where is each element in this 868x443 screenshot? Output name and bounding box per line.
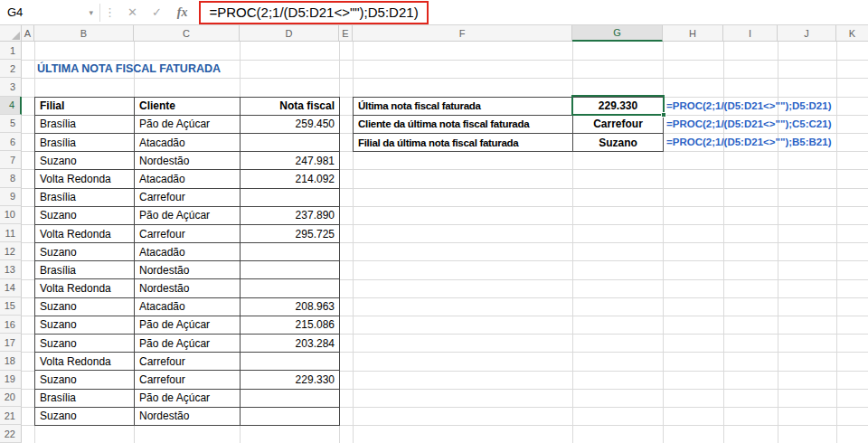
cell-B8[interactable]: Volta Redonda: [35, 170, 135, 188]
cell-C8[interactable]: Atacadão: [135, 170, 241, 188]
cell-C18[interactable]: Carrefour: [135, 353, 241, 371]
cell-D10[interactable]: 237.890: [241, 206, 340, 224]
cell-F6[interactable]: Filial da última nota fiscal faturada: [354, 133, 573, 151]
cell-F4[interactable]: Última nota fiscal faturada: [354, 97, 573, 115]
cell-D13[interactable]: [241, 261, 340, 279]
row-header-16[interactable]: 16: [0, 316, 22, 334]
cell-D19[interactable]: 229.330: [241, 371, 340, 389]
row-header-8[interactable]: 8: [0, 169, 22, 187]
cell-G4[interactable]: 229.330: [573, 97, 664, 115]
cell-C7[interactable]: Nordestão: [135, 152, 241, 170]
cell-B13[interactable]: Brasília: [35, 261, 135, 279]
cell-D11[interactable]: 295.725: [241, 224, 340, 242]
row-header-19[interactable]: 19: [0, 371, 22, 389]
cell-D16[interactable]: 215.086: [241, 316, 340, 334]
row-header-21[interactable]: 21: [0, 407, 22, 425]
name-box-dropdown-icon[interactable]: ▾: [89, 8, 93, 17]
cell-F5[interactable]: Cliente da última nota fiscal faturada: [354, 115, 573, 133]
column-header-C[interactable]: C: [134, 25, 240, 42]
sheet-title[interactable]: ÚLTIMA NOTA FISCAL FATURADA: [37, 60, 221, 78]
row-header-22[interactable]: 22: [0, 425, 22, 443]
column-header-K[interactable]: K: [836, 25, 868, 42]
cell-G6[interactable]: Suzano: [573, 133, 664, 151]
cell-C15[interactable]: Atacadão: [135, 297, 241, 316]
cell-B5[interactable]: Brasília: [35, 115, 135, 133]
cell-D4[interactable]: Nota fiscal: [241, 97, 340, 115]
column-header-G[interactable]: G: [572, 25, 663, 42]
column-header-B[interactable]: B: [34, 25, 134, 42]
confirm-button[interactable]: ✓: [145, 0, 169, 25]
row-header-6[interactable]: 6: [0, 133, 22, 151]
row-header-14[interactable]: 14: [0, 279, 22, 297]
cell-C5[interactable]: Pão de Açúcar: [135, 115, 241, 133]
select-all-button[interactable]: [0, 25, 22, 42]
cell-C19[interactable]: Carrefour: [135, 371, 241, 389]
cancel-button[interactable]: ✕: [120, 0, 145, 25]
formula-annotation-H5[interactable]: =PROC(2;1/(D5:D21<>"");C5:C21): [666, 115, 832, 133]
cell-D20[interactable]: [241, 389, 340, 407]
cell-C6[interactable]: Atacadão: [135, 133, 241, 151]
cell-B7[interactable]: Suzano: [35, 152, 135, 170]
cell-D8[interactable]: 214.092: [241, 170, 340, 188]
row-header-17[interactable]: 17: [0, 334, 22, 352]
cell-C14[interactable]: Nordestão: [135, 279, 241, 297]
cell-C11[interactable]: Carrefour: [135, 224, 241, 242]
column-header-I[interactable]: I: [723, 25, 778, 42]
formula-annotation-H6[interactable]: =PROC(2;1/(D5:D21<>"");B5:B21): [666, 133, 832, 151]
row-header-2[interactable]: 2: [0, 60, 22, 78]
cell-B20[interactable]: Brasília: [35, 389, 135, 407]
cell-C9[interactable]: Carrefour: [135, 188, 241, 206]
cell-D14[interactable]: [241, 279, 340, 297]
row-header-5[interactable]: 5: [0, 115, 22, 133]
cell-D17[interactable]: 203.284: [241, 335, 340, 353]
cell-D15[interactable]: 208.963: [241, 297, 340, 316]
column-header-J[interactable]: J: [778, 25, 836, 42]
cell-C4[interactable]: Cliente: [135, 97, 241, 115]
row-header-12[interactable]: 12: [0, 242, 22, 260]
cell-D7[interactable]: 247.981: [241, 152, 340, 170]
cell-B11[interactable]: Volta Redonda: [35, 224, 135, 242]
cell-B21[interactable]: Suzano: [35, 407, 135, 425]
cell-D12[interactable]: [241, 243, 340, 261]
row-header-7[interactable]: 7: [0, 151, 22, 169]
column-header-F[interactable]: F: [353, 25, 572, 42]
row-header-10[interactable]: 10: [0, 206, 22, 224]
column-header-D[interactable]: D: [240, 25, 339, 42]
fill-handle[interactable]: [661, 112, 666, 118]
cell-B6[interactable]: Brasília: [35, 133, 135, 151]
row-header-18[interactable]: 18: [0, 352, 22, 370]
cell-C21[interactable]: Nordestão: [135, 407, 241, 425]
cell-B15[interactable]: Suzano: [35, 297, 135, 316]
cell-B19[interactable]: Suzano: [35, 371, 135, 389]
cell-G5[interactable]: Carrefour: [573, 115, 664, 133]
cell-B17[interactable]: Suzano: [35, 335, 135, 353]
row-header-20[interactable]: 20: [0, 389, 22, 407]
cell-B12[interactable]: Suzano: [35, 243, 135, 261]
row-header-4[interactable]: 4: [0, 97, 22, 115]
cell-D9[interactable]: [241, 188, 340, 206]
column-header-A[interactable]: A: [22, 25, 34, 42]
name-box[interactable]: G4 ▾: [0, 0, 99, 25]
cell-C13[interactable]: Nordestão: [135, 261, 241, 279]
column-header-H[interactable]: H: [663, 25, 723, 42]
cell-B18[interactable]: Volta Redonda: [35, 353, 135, 371]
cell-D5[interactable]: 259.450: [241, 115, 340, 133]
row-header-11[interactable]: 11: [0, 224, 22, 242]
row-header-13[interactable]: 13: [0, 260, 22, 278]
cell-B16[interactable]: Suzano: [35, 316, 135, 334]
row-header-1[interactable]: 1: [0, 42, 22, 60]
row-header-9[interactable]: 9: [0, 188, 22, 206]
cell-B14[interactable]: Volta Redonda: [35, 279, 135, 297]
cell-B10[interactable]: Suzano: [35, 206, 135, 224]
cell-B4[interactable]: Filial: [35, 97, 135, 115]
row-header-15[interactable]: 15: [0, 297, 22, 316]
formula-input[interactable]: =PROC(2;1/(D5:D21<>"");D5:D21): [199, 1, 868, 24]
formula-annotation-H4[interactable]: =PROC(2;1/(D5:D21<>"");D5:D21): [666, 97, 832, 115]
insert-function-button[interactable]: fx: [169, 5, 196, 20]
cell-D18[interactable]: [241, 353, 340, 371]
row-header-3[interactable]: 3: [0, 78, 22, 96]
column-header-E[interactable]: E: [339, 25, 353, 42]
cell-D6[interactable]: [241, 133, 340, 151]
cell-D21[interactable]: [241, 407, 340, 425]
cell-C12[interactable]: Atacadão: [135, 243, 241, 261]
